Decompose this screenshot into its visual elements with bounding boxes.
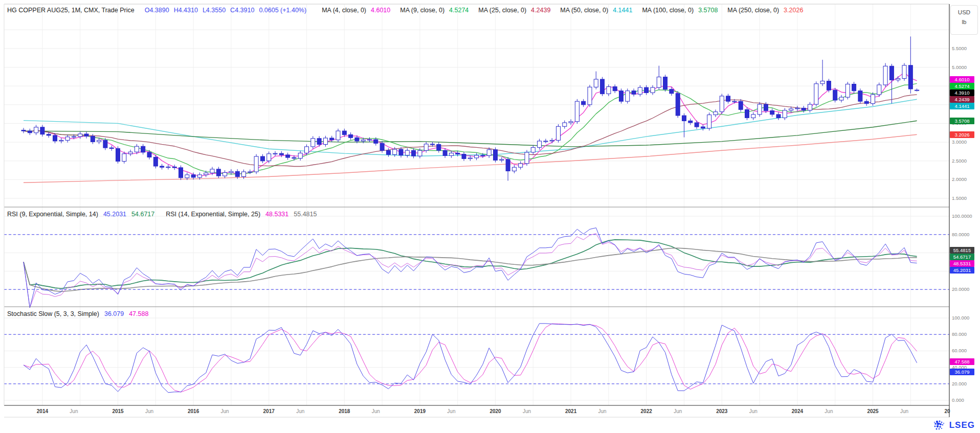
ma-legend: MA (4, close, 0)4.6010 [322, 7, 390, 14]
price-unit-box: USD lb [950, 5, 978, 35]
x-axis-jun-label: Jun [70, 408, 78, 414]
x-axis-year-label: 2020 [489, 408, 501, 414]
x-axis-year-label: 2024 [792, 408, 803, 414]
ma-legend: MA (25, close, 0)4.2439 [478, 7, 550, 14]
x-axis-jun-label: Jun [825, 408, 833, 414]
x-axis-jun-label: Jun [372, 408, 380, 414]
stochastic-d-value: 47.588 [129, 310, 148, 317]
price-axis-tag: 4.1441 [950, 103, 974, 109]
x-axis-jun-label: Jun [749, 408, 758, 414]
stoch-y-tick: 20.000 [952, 381, 967, 386]
ma-legend-label: MA (100, close, 0) [642, 7, 694, 14]
rsi-axis-tag: 48.5331 [950, 260, 974, 267]
price-axis-tag: 4.5274 [950, 83, 974, 89]
ma-legend: MA (100, close, 0)3.5708 [642, 7, 718, 14]
stochastic-header: Stochastic Slow (5, 3, 3, Simple) 36.079… [7, 310, 148, 317]
ma-legend: MA (9, close, 0)4.5274 [400, 7, 469, 14]
x-axis-year-label: 2021 [565, 408, 576, 414]
rsi-y-tick: 20.0000 [952, 286, 969, 292]
x-axis-jun-label: Jun [447, 408, 455, 414]
x-axis-year-label: 2025 [867, 408, 878, 414]
ma-legend-value: 3.2026 [784, 7, 803, 14]
x-axis-partial-year-label: 20 [944, 408, 950, 414]
ma-legend-value: 4.6010 [371, 7, 390, 14]
stochastic-k-value: 36.079 [104, 310, 124, 317]
unit-currency: USD [951, 9, 977, 15]
x-axis-year-label: 2019 [414, 408, 426, 414]
main-y-tick: 1.5000 [952, 195, 967, 201]
ma-legend: MA (250, close, 0)3.2026 [727, 7, 803, 14]
rsi-axis-tag: 54.6717 [950, 254, 974, 260]
rsi-y-tick: 100.0000 [952, 213, 972, 219]
lseg-logo: LSEG [933, 419, 975, 431]
quote-ohlc: O4.3890 H4.4310 L4.3550 C4.3910 0.0605 (… [145, 7, 306, 14]
x-axis-year-label: 2017 [263, 408, 275, 414]
quote-close: C4.3910 [230, 7, 254, 14]
stoch-y-tick: 80.000 [952, 331, 967, 337]
x-axis-jun-label: Jun [598, 408, 607, 414]
rsi-header: RSI (9, Exponential, Simple, 14) 45.2031… [7, 211, 317, 218]
x-axis-jun-label: Jun [145, 408, 153, 414]
x-axis-year-label: 2022 [641, 408, 652, 414]
x-axis-year-label: 2014 [37, 408, 48, 414]
ma-legend-row: MA (4, close, 0)4.6010MA (9, close, 0)4.… [317, 7, 803, 14]
x-axis-year-label: 2015 [112, 408, 123, 414]
rsi-title-2: RSI (14, Exponential, Simple, 25) [166, 211, 260, 218]
ma-legend-value: 4.1441 [613, 7, 632, 14]
x-axis-jun-label: Jun [296, 408, 304, 414]
ma-legend-value: 4.5274 [449, 7, 469, 14]
ma-legend-value: 4.2439 [531, 7, 550, 14]
price-axis-tag: 3.5708 [950, 118, 974, 124]
rsi-axis-tag: 55.4815 [950, 247, 974, 254]
main-y-tick: 5.0000 [952, 64, 967, 70]
main-y-tick: 3.0000 [952, 139, 967, 145]
stoch-y-tick: 60.000 [952, 348, 967, 353]
x-axis-jun-label: Jun [221, 408, 229, 414]
x-axis-jun-label: Jun [523, 408, 531, 414]
stoch-axis-tag: 36.079 [950, 369, 974, 375]
rsi-value-2: 54.6717 [131, 211, 154, 218]
ma-legend-label: MA (250, close, 0) [727, 7, 779, 14]
unit-per: lb [951, 19, 977, 25]
stoch-axis-tag: 47.588 [950, 358, 974, 365]
ma-legend-value: 3.5708 [698, 7, 718, 14]
chart-window: HG COPPER AUG25, 1M, CMX, Trade Price O4… [0, 0, 980, 433]
rsi-title-1: RSI (9, Exponential, Simple, 14) [7, 211, 98, 218]
price-axis-tag: 4.6010 [950, 76, 974, 83]
rsi-value-3: 48.5331 [265, 211, 288, 218]
instrument-title: HG COPPER AUG25, 1M, CMX, Trade Price [7, 7, 135, 14]
main-y-tick: 2.5000 [952, 158, 967, 164]
lseg-wordmark: LSEG [949, 420, 975, 430]
x-axis-jun-label: Jun [900, 408, 908, 414]
x-axis-year-label: 2023 [716, 408, 727, 414]
lseg-lion-icon [933, 419, 946, 431]
quote-low: L4.3550 [203, 7, 226, 14]
stoch-y-tick: 0.000 [952, 397, 964, 403]
ma-legend: MA (50, close, 0)4.1441 [560, 7, 632, 14]
rsi-axis-tag: 45.2031 [950, 267, 974, 274]
main-chart-header: HG COPPER AUG25, 1M, CMX, Trade Price O4… [7, 7, 803, 14]
price-axis-tag: 4.2439 [950, 96, 974, 103]
quote-high: H4.4310 [174, 7, 198, 14]
rsi-y-tick: 80.0000 [952, 232, 969, 237]
rsi-value-4: 55.4815 [294, 211, 317, 218]
price-axis-tag: 3.2026 [950, 131, 974, 138]
main-y-tick: 2.0000 [952, 176, 967, 182]
quote-change: 0.0605 (+1.40%) [259, 7, 306, 14]
x-axis-year-label: 2016 [188, 408, 199, 414]
x-axis-jun-label: Jun [674, 408, 682, 414]
quote-open: O4.3890 [145, 7, 169, 14]
rsi-value-1: 45.2031 [103, 211, 126, 218]
main-y-tick: 5.5000 [952, 45, 967, 51]
ma-legend-label: MA (25, close, 0) [478, 7, 526, 14]
x-axis-year-label: 2018 [339, 408, 350, 414]
ma-legend-label: MA (9, close, 0) [400, 7, 444, 14]
stochastic-title: Stochastic Slow (5, 3, 3, Simple) [7, 310, 99, 317]
stoch-y-tick: 100.000 [952, 315, 969, 321]
ma-legend-label: MA (50, close, 0) [560, 7, 608, 14]
ma-legend-label: MA (4, close, 0) [322, 7, 366, 14]
price-axis-tag: 4.3910 [950, 89, 974, 96]
